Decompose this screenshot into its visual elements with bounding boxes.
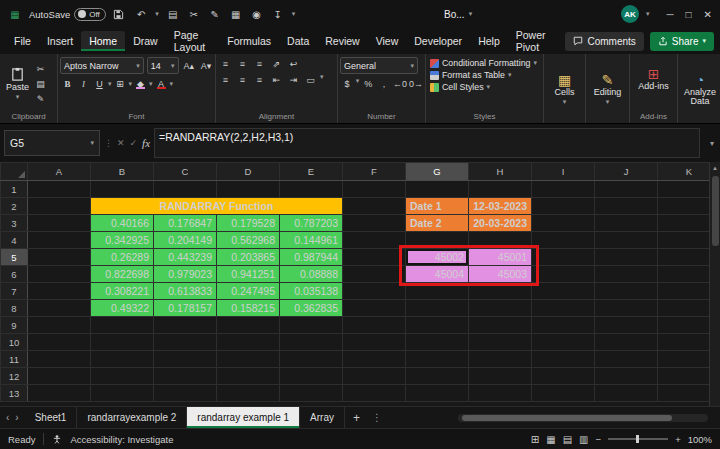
cell-B7[interactable]: 0.308221 (91, 283, 154, 300)
sheet-tab-array[interactable]: Array (300, 407, 345, 428)
cell-D1[interactable] (217, 181, 280, 198)
menu-tab-file[interactable]: File (6, 31, 39, 51)
cell-J6[interactable] (595, 266, 658, 283)
cell-B12[interactable] (91, 368, 154, 385)
cells-button[interactable]: ▦ Cells ▾ (550, 72, 578, 107)
cell-E8[interactable]: 0.362835 (280, 300, 343, 317)
cell-D13[interactable] (217, 385, 280, 402)
row-header-9[interactable]: 9 (1, 317, 28, 334)
cell-I9[interactable] (532, 317, 595, 334)
format-as-table-button[interactable]: Format as Table ▾ (428, 69, 541, 81)
underline-chevron-icon[interactable]: ▾ (108, 80, 112, 88)
cell-F7[interactable] (343, 283, 406, 300)
cell-B8[interactable]: 0.49322 (91, 300, 154, 317)
cell-J10[interactable] (595, 334, 658, 351)
accounting-format-icon[interactable]: $ (340, 77, 354, 90)
cell-J7[interactable] (595, 283, 658, 300)
scroll-up-icon[interactable]: ▴ (710, 162, 720, 172)
cell-H1[interactable] (469, 181, 532, 198)
cell-J4[interactable] (595, 232, 658, 249)
cell-D7[interactable]: 0.247495 (217, 283, 280, 300)
cell-F10[interactable] (343, 334, 406, 351)
cell-B10[interactable] (91, 334, 154, 351)
cell-J12[interactable] (595, 368, 658, 385)
column-header-E[interactable]: E (280, 163, 343, 181)
increase-indent-icon[interactable]: ⇥ (286, 73, 301, 86)
cell-I10[interactable] (532, 334, 595, 351)
cell-A3[interactable] (28, 215, 91, 232)
export-icon[interactable]: ↧ (271, 9, 285, 20)
cell-F13[interactable] (343, 385, 406, 402)
table-icon[interactable]: ▦ (229, 9, 243, 20)
cell-E4[interactable]: 0.144961 (280, 232, 343, 249)
percent-style-icon[interactable]: % (361, 77, 375, 90)
cell-I8[interactable] (532, 300, 595, 317)
save-icon[interactable] (113, 9, 127, 20)
row-header-12[interactable]: 12 (1, 368, 28, 385)
menu-tab-draw[interactable]: Draw (125, 31, 166, 51)
account-avatar[interactable]: AK (621, 5, 639, 23)
cell-C12[interactable] (154, 368, 217, 385)
cell-I5[interactable] (532, 249, 595, 266)
column-header-H[interactable]: H (469, 163, 532, 181)
bold-icon[interactable]: B (60, 77, 75, 90)
cell-B9[interactable] (91, 317, 154, 334)
cell-G8[interactable] (406, 300, 469, 317)
macro-record-icon[interactable]: ⊞ (531, 434, 539, 445)
clipboard-icon[interactable]: ▤ (166, 9, 180, 20)
cell-D10[interactable] (217, 334, 280, 351)
align-middle-icon[interactable]: ≡ (235, 57, 250, 70)
borders-icon[interactable]: ⊞ (113, 77, 128, 90)
cell-E5[interactable]: 0.987944 (280, 249, 343, 266)
cell-H4[interactable] (469, 232, 532, 249)
cell-E10[interactable] (280, 334, 343, 351)
cell-D8[interactable]: 0.158215 (217, 300, 280, 317)
workbook-name[interactable]: Bo... ▾ (444, 9, 472, 20)
cell-G12[interactable] (406, 368, 469, 385)
cut-icon[interactable]: ✂ (33, 63, 48, 76)
cell-B2[interactable]: RANDARRAY Function (91, 198, 343, 215)
cell-A2[interactable] (28, 198, 91, 215)
page-layout-view-icon[interactable]: ▤ (563, 434, 572, 445)
cell-D9[interactable] (217, 317, 280, 334)
cell-A10[interactable] (28, 334, 91, 351)
close-button[interactable]: ✕ (704, 9, 712, 20)
zoom-slider-thumb[interactable] (636, 435, 639, 443)
qat-chevron-icon[interactable]: ▾ (292, 10, 296, 18)
analyze-data-button[interactable]: ◔ Analyze Data (680, 72, 720, 108)
cell-I1[interactable] (532, 181, 595, 198)
row-header-6[interactable]: 6 (1, 266, 28, 283)
underline-icon[interactable]: U (92, 77, 107, 90)
menu-tab-developer[interactable]: Developer (406, 31, 470, 51)
row-header-7[interactable]: 7 (1, 283, 28, 300)
cell-I4[interactable] (532, 232, 595, 249)
undo-chevron-icon[interactable]: ▾ (155, 10, 159, 18)
zoom-out-icon[interactable]: − (596, 434, 602, 445)
align-top-icon[interactable]: ≡ (218, 57, 233, 70)
normal-view-icon[interactable]: ▦ (546, 434, 555, 445)
zoom-in-icon[interactable]: + (675, 434, 681, 445)
minimize-button[interactable]: ─ (666, 9, 673, 20)
italic-icon[interactable]: I (76, 77, 91, 90)
cell-I13[interactable] (532, 385, 595, 402)
cell-C10[interactable] (154, 334, 217, 351)
cell-B13[interactable] (91, 385, 154, 402)
cell-J9[interactable] (595, 317, 658, 334)
font-color-chevron-icon[interactable]: ▾ (170, 80, 174, 88)
sheet-nav-left-icon[interactable]: ‹ (6, 412, 9, 423)
cell-I3[interactable] (532, 215, 595, 232)
cell-G11[interactable] (406, 351, 469, 368)
cell-E1[interactable] (280, 181, 343, 198)
enter-icon[interactable]: ✓ (130, 138, 138, 148)
paste-button[interactable]: Paste ▾ (2, 57, 33, 111)
cell-C7[interactable]: 0.613833 (154, 283, 217, 300)
sheet-tab-randarrayexample-2[interactable]: randarrayexample 2 (77, 407, 187, 428)
cell-E9[interactable] (280, 317, 343, 334)
merge-center-icon[interactable]: ▭ (303, 73, 318, 86)
borders-chevron-icon[interactable]: ▾ (129, 80, 133, 88)
cell-C4[interactable]: 0.204149 (154, 232, 217, 249)
cell-C13[interactable] (154, 385, 217, 402)
cell-B5[interactable]: 0.26289 (91, 249, 154, 266)
cell-C8[interactable]: 0.178157 (154, 300, 217, 317)
cell-H3[interactable]: 20-03-2023 (469, 215, 532, 232)
